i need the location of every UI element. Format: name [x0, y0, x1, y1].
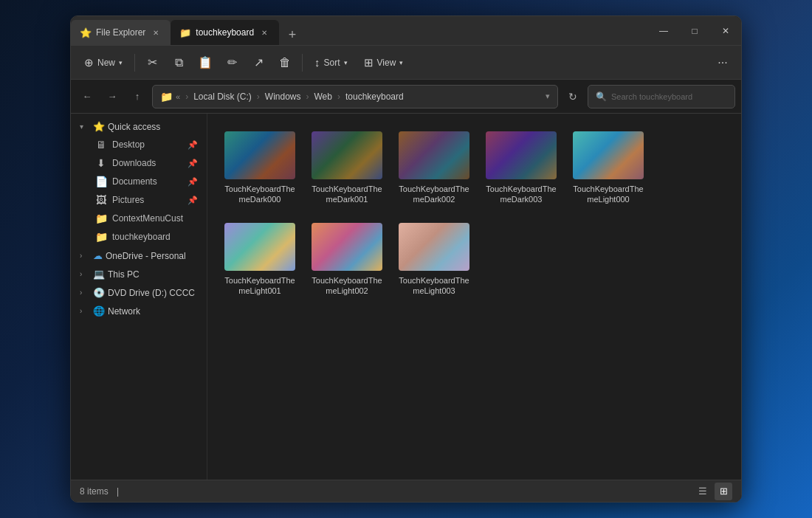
file-item-light001[interactable]: TouchKeyboardThemeLight001: [219, 217, 300, 303]
sidebar-item-pictures[interactable]: 🖼 Pictures 📌: [74, 191, 204, 209]
sidebar-quick-access-header[interactable]: ▾ ⭐ Quick access: [74, 118, 204, 135]
tab-touchkeyboard-label: touchkeyboard: [196, 27, 254, 38]
sidebar-section-dvd: › 💿 DVD Drive (D:) CCCC: [71, 284, 207, 301]
new-button[interactable]: ⊕ New ▾: [77, 52, 130, 73]
tab-file-explorer-label: File Explorer: [96, 27, 145, 38]
file-thumb-light000: [573, 131, 644, 179]
file-item-light002[interactable]: TouchKeyboardThemeLight002: [306, 217, 388, 303]
tab-touchkeyboard[interactable]: 📁 touchkeyboard ✕: [171, 20, 279, 45]
file-item-dark003[interactable]: TouchKeyboardThemeDark003: [481, 125, 562, 211]
tab-file-explorer-close[interactable]: ✕: [150, 27, 162, 38]
view-button[interactable]: ⊞ View ▾: [357, 52, 411, 73]
more-options-button[interactable]: ···: [710, 50, 735, 75]
address-box[interactable]: 📁 « › Local Disk (C:) › Windows › Web › …: [152, 85, 558, 108]
dvd-chevron-icon: ›: [80, 289, 90, 297]
tab-touchkeyboard-close[interactable]: ✕: [258, 27, 270, 38]
touchkeyboard-folder-icon: 📁: [94, 231, 108, 243]
file-item-dark002[interactable]: TouchKeyboardThemeDark002: [393, 125, 475, 211]
forward-button[interactable]: →: [102, 86, 123, 107]
cut-button[interactable]: ✂: [140, 50, 165, 75]
file-name-dark001: TouchKeyboardThemeDark001: [311, 184, 383, 205]
rename-button[interactable]: ✏: [219, 50, 244, 75]
sidebar-item-contextmenucust[interactable]: 📁 ContextMenuCust: [74, 210, 204, 227]
desktop-icon: 🖥: [94, 139, 108, 151]
sidebar-item-documents[interactable]: 📄 Documents 📌: [74, 173, 204, 190]
file-item-light003[interactable]: TouchKeyboardThemeLight003: [393, 217, 475, 303]
search-placeholder: Search touchkeyboard: [611, 92, 692, 101]
this-pc-chevron-icon: ›: [80, 270, 90, 278]
sidebar-quick-access-label: Quick access: [108, 122, 160, 132]
back-button[interactable]: ←: [77, 86, 97, 107]
sort-button[interactable]: ↕ Sort ▾: [307, 52, 355, 72]
pictures-pin-icon: 📌: [187, 196, 198, 205]
refresh-button[interactable]: ↻: [562, 86, 583, 107]
file-name-light003: TouchKeyboardThemeLight003: [398, 275, 470, 297]
close-button[interactable]: ✕: [710, 16, 741, 46]
sidebar-section-onedrive: › ☁ OneDrive - Personal: [71, 247, 207, 264]
copy-button[interactable]: ⧉: [166, 50, 191, 75]
downloads-icon: ⬇: [94, 157, 108, 169]
content-area: ▾ ⭐ Quick access 🖥 Desktop 📌 ⬇ Downloads…: [71, 114, 741, 480]
sidebar-dvd-header[interactable]: › 💿 DVD Drive (D:) CCCC: [74, 284, 204, 301]
delete-button[interactable]: 🗑: [272, 50, 297, 75]
file-name-dark003: TouchKeyboardThemeDark003: [485, 184, 557, 205]
sort-icon: ↕: [314, 56, 320, 69]
breadcrumb-sep-1: ›: [185, 91, 188, 102]
file-area: TouchKeyboardThemeDark000TouchKeyboardTh…: [207, 114, 741, 480]
breadcrumb-sep-4: ›: [337, 91, 340, 102]
list-view-button[interactable]: ☰: [694, 483, 712, 500]
file-thumb-dark002: [399, 131, 469, 179]
file-thumb-light002: [312, 223, 382, 271]
sidebar-this-pc-header[interactable]: › 💻 This PC: [74, 266, 204, 283]
file-name-light000: TouchKeyboardThemeLight000: [572, 184, 644, 205]
tab-file-explorer[interactable]: ⭐ File Explorer ✕: [71, 20, 171, 45]
sidebar-onedrive-label: OneDrive - Personal: [106, 251, 186, 261]
file-grid: TouchKeyboardThemeDark000TouchKeyboardTh…: [219, 125, 729, 302]
sidebar-network-label: Network: [108, 306, 140, 317]
maximize-button[interactable]: □: [679, 16, 710, 46]
sidebar-section-quick-access: ▾ ⭐ Quick access 🖥 Desktop 📌 ⬇ Downloads…: [71, 118, 207, 246]
new-icon: ⊕: [84, 56, 94, 69]
sidebar-onedrive-header[interactable]: › ☁ OneDrive - Personal: [74, 247, 204, 264]
minimize-button[interactable]: —: [648, 16, 679, 46]
new-tab-button[interactable]: +: [282, 24, 303, 45]
sidebar-touchkeyboard-label: touchkeyboard: [112, 232, 171, 242]
address-dropdown-icon[interactable]: ▾: [546, 91, 550, 101]
sidebar-documents-label: Documents: [112, 176, 157, 187]
network-icon: 🌐: [93, 305, 105, 317]
file-thumb-light001: [224, 223, 295, 271]
sidebar-network-header[interactable]: › 🌐 Network: [74, 303, 204, 320]
folder-icon: 📁: [179, 27, 191, 38]
breadcrumb-dots: «: [176, 92, 180, 101]
sidebar-item-touchkeyboard[interactable]: 📁 touchkeyboard: [74, 228, 204, 246]
sidebar-item-desktop[interactable]: 🖥 Desktop 📌: [74, 136, 204, 153]
file-thumb-dark001: [312, 131, 382, 179]
share-button[interactable]: ↗: [246, 50, 271, 75]
contextmenu-folder-icon: 📁: [94, 213, 108, 224]
view-label: View: [377, 58, 396, 68]
tabs-area: ⭐ File Explorer ✕ 📁 touchkeyboard ✕ +: [71, 16, 648, 45]
sidebar: ▾ ⭐ Quick access 🖥 Desktop 📌 ⬇ Downloads…: [71, 114, 207, 480]
sidebar-item-downloads[interactable]: ⬇ Downloads 📌: [74, 154, 204, 172]
onedrive-icon: ☁: [93, 250, 103, 261]
file-item-dark000[interactable]: TouchKeyboardThemeDark000: [219, 125, 300, 211]
quick-access-chevron-icon: ▾: [80, 122, 90, 131]
title-bar: ⭐ File Explorer ✕ 📁 touchkeyboard ✕ + — …: [71, 16, 741, 46]
up-button[interactable]: ↑: [127, 86, 148, 107]
status-separator: |: [117, 486, 119, 497]
sort-chevron-icon: ▾: [344, 59, 348, 66]
grid-view-button[interactable]: ⊞: [715, 483, 732, 500]
pictures-icon: 🖼: [94, 194, 108, 206]
address-folder-icon: 📁: [160, 91, 173, 103]
file-name-dark000: TouchKeyboardThemeDark000: [224, 184, 296, 205]
sidebar-section-network: › 🌐 Network: [71, 303, 207, 320]
file-item-light000[interactable]: TouchKeyboardThemeLight000: [568, 125, 649, 211]
item-count-text: 8 items: [80, 486, 109, 497]
file-thumb-dark003: [486, 131, 557, 179]
breadcrumb-sep-3: ›: [306, 91, 309, 102]
file-item-dark001[interactable]: TouchKeyboardThemeDark001: [306, 125, 388, 211]
paste-button[interactable]: 📋: [193, 50, 218, 75]
toolbar: ⊕ New ▾ ✂ ⧉ 📋 ✏ ↗ 🗑 ↕ Sort ▾ ⊞ View ▾ ··…: [71, 46, 741, 80]
sidebar-desktop-label: Desktop: [112, 139, 145, 150]
search-box[interactable]: 🔍 Search touchkeyboard: [588, 85, 735, 108]
